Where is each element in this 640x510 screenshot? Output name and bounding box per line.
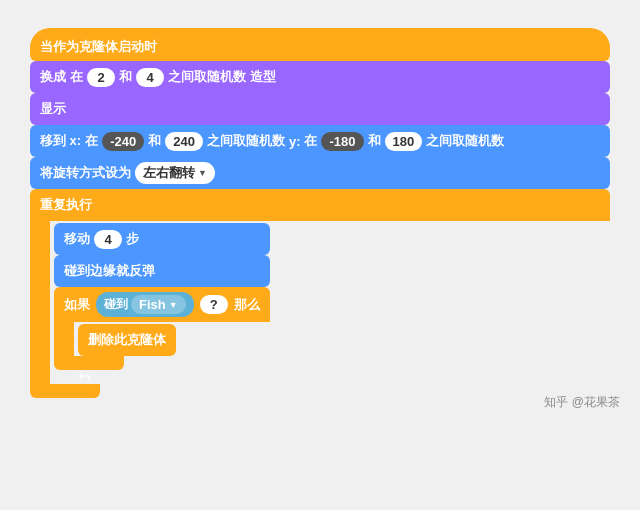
if-question: ? [200,295,228,314]
repeat-block[interactable]: 重复执行 移动 4 步 碰到边缘就反弹 [30,189,610,398]
sensing-block[interactable]: 碰到 Fish ▼ [96,292,194,317]
sensing-target-dropdown[interactable]: Fish ▼ [131,295,186,314]
in-text-y: 在 [304,132,317,150]
bounce-block[interactable]: 碰到边缘就反弹 [54,255,270,287]
move-suffix: 步 [126,230,139,248]
rotation-value: 左右翻转 [143,164,195,182]
show-block[interactable]: 显示 [30,93,610,125]
rotation-dropdown[interactable]: 左右翻转 ▼ [135,162,215,184]
and-x: 和 [148,132,161,150]
loop-arrow-icon: ↩ [78,367,91,386]
bounce-label: 碰到边缘就反弹 [64,262,155,280]
if-header[interactable]: 如果 碰到 Fish ▼ ? 那么 [54,287,270,322]
watermark: 知乎 @花果茶 [544,394,620,411]
delete-clone-block[interactable]: 删除此克隆体 [78,324,176,356]
hat-block[interactable]: 当作为克隆体启动时 [30,28,610,61]
watermark-platform: 知乎 [544,395,568,409]
delete-clone-label: 删除此克隆体 [88,331,166,349]
move-val[interactable]: 4 [94,230,122,249]
if-then: 那么 [234,296,260,314]
hat-label: 当作为克隆体启动时 [40,38,157,56]
sensing-target: Fish [139,297,166,312]
repeat-header[interactable]: 重复执行 [30,189,610,221]
switch-costume-block[interactable]: 换成 在 2 和 4 之间取随机数 造型 [30,61,610,93]
watermark-author: @花果茶 [572,395,620,409]
goto-prefix: 移到 x: [40,132,81,150]
between-text: 之间取随机数 [168,68,246,86]
sensing-prefix: 碰到 [104,296,128,313]
y-label: y: [289,134,301,149]
val1-input[interactable]: 2 [87,68,115,87]
if-left-bar [54,322,74,356]
dropdown-arrow-icon: ▼ [198,168,207,178]
rotation-block[interactable]: 将旋转方式设为 左右翻转 ▼ [30,157,610,189]
move-prefix: 移动 [64,230,90,248]
costume-end: 造型 [250,68,276,86]
between-y: 之间取随机数 [426,132,504,150]
in-text1: 在 [70,68,83,86]
x-min-input[interactable]: -240 [102,132,144,151]
and-text1: 和 [119,68,132,86]
move-block[interactable]: 移动 4 步 [54,223,270,255]
val2-input[interactable]: 4 [136,68,164,87]
y-max-input[interactable]: 180 [385,132,423,151]
repeat-label: 重复执行 [40,196,92,214]
repeat-arrow: ↩ [54,370,114,384]
rotation-prefix: 将旋转方式设为 [40,164,131,182]
if-content: 删除此克隆体 [74,322,176,356]
y-min-input[interactable]: -180 [321,132,363,151]
x-max-input[interactable]: 240 [165,132,203,151]
repeat-content: 移动 4 步 碰到边缘就反弹 如果 碰到 [50,221,270,384]
if-prefix: 如果 [64,296,90,314]
goto-block[interactable]: 移到 x: 在 -240 和 240 之间取随机数 y: 在 -180 和 18… [30,125,610,157]
sensing-dropdown-arrow-icon: ▼ [169,300,178,310]
in-text-x: 在 [85,132,98,150]
if-block[interactable]: 如果 碰到 Fish ▼ ? 那么 [54,287,270,370]
repeat-left-bar [30,221,50,384]
between-x: 之间取随机数 [207,132,285,150]
and-y: 和 [368,132,381,150]
switch-prefix: 换成 [40,68,66,86]
show-label: 显示 [40,100,66,118]
repeat-footer [30,384,100,398]
